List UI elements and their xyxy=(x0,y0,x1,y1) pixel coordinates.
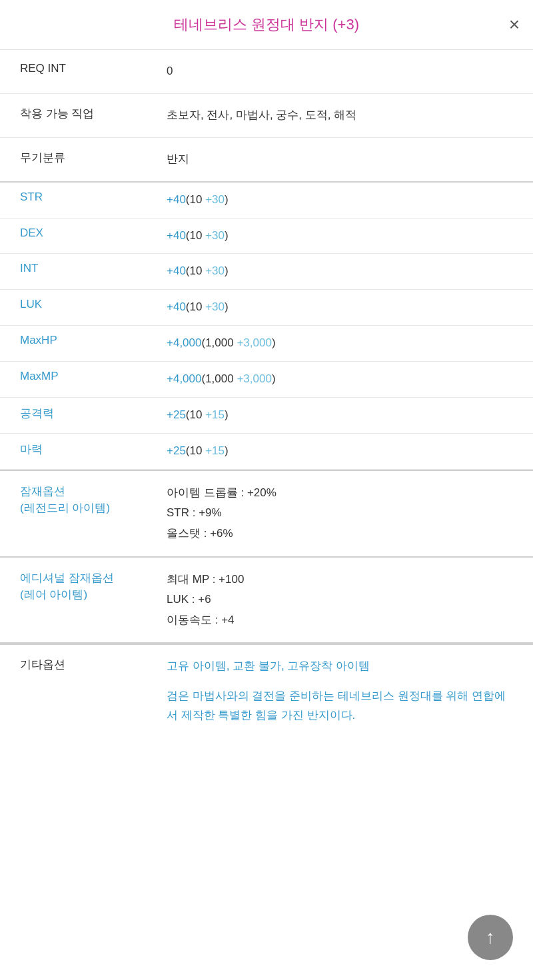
stat-label-dex: DEX xyxy=(20,227,167,240)
stat-row-str: STR+40(10 +30) xyxy=(0,183,533,219)
stat-label-str: STR xyxy=(20,191,167,204)
stat-row-attack: 공격력+25(10 +15) xyxy=(0,398,533,434)
stat-main-maxhp: +4,000 xyxy=(167,336,201,349)
stat-label-int: INT xyxy=(20,262,167,275)
stat-sub-str: (10 xyxy=(186,193,205,206)
wearable-job-label: 착용 가능 직업 xyxy=(20,106,167,121)
stat-bonus-maxhp: +3,000 xyxy=(237,336,271,349)
stat-value-magic: +25(10 +15) xyxy=(167,442,513,461)
stat-main-dex: +40 xyxy=(167,229,186,242)
additional-option-2: 이동속도 : +4 xyxy=(167,610,513,631)
stat-sub-luk: (10 xyxy=(186,300,205,313)
stat-row-magic: 마력+25(10 +15) xyxy=(0,434,533,470)
stat-close-int: ) xyxy=(225,264,229,277)
stat-label-magic: 마력 xyxy=(20,442,167,457)
stat-bonus-attack: +15 xyxy=(205,408,225,421)
additional-option-0: 최대 MP : +100 xyxy=(167,570,513,590)
req-int-row: REQ INT 0 xyxy=(0,50,533,94)
stat-close-attack: ) xyxy=(225,408,229,421)
stat-value-str: +40(10 +30) xyxy=(167,191,513,210)
stat-value-maxmp: +4,000(1,000 +3,000) xyxy=(167,370,513,389)
stat-main-attack: +25 xyxy=(167,408,186,421)
additional-option-1: LUK : +6 xyxy=(167,590,513,610)
weapon-type-value: 반지 xyxy=(167,150,513,169)
stat-row-int: INT+40(10 +30) xyxy=(0,254,533,290)
stat-label-maxhp: MaxHP xyxy=(20,334,167,347)
stat-sub-attack: (10 xyxy=(186,408,205,421)
stat-main-int: +40 xyxy=(167,264,186,277)
stat-sub-int: (10 xyxy=(186,264,205,277)
stat-close-dex: ) xyxy=(225,229,229,242)
modal-title: 테네브리스 원정대 반지 (+3) xyxy=(174,15,359,35)
req-int-label: REQ INT xyxy=(20,62,167,75)
item-detail-modal: 테네브리스 원정대 반지 (+3) × REQ INT 0 착용 가능 직업 초… xyxy=(0,0,533,980)
weapon-type-row: 무기분류 반지 xyxy=(0,138,533,183)
additional-potential-value: 최대 MP : +100LUK : +6이동속도 : +4 xyxy=(167,570,513,631)
wearable-job-value: 초보자, 전사, 마법사, 궁수, 도적, 해적 xyxy=(167,106,513,125)
stat-value-maxhp: +4,000(1,000 +3,000) xyxy=(167,334,513,353)
scroll-top-button[interactable]: ↑ xyxy=(468,915,513,960)
other-option-label: 기타옵션 xyxy=(20,657,167,672)
stat-label-luk: LUK xyxy=(20,298,167,311)
stat-close-maxhp: ) xyxy=(272,336,276,349)
stat-sub-magic: (10 xyxy=(186,444,205,457)
additional-potential-label: 에디셔널 잠재옵션 (레어 아이템) xyxy=(20,570,167,604)
stat-bonus-magic: +15 xyxy=(205,444,225,457)
stat-row-maxmp: MaxMP+4,000(1,000 +3,000) xyxy=(0,362,533,398)
potential-row: 잠재옵션 (레전드리 아이템) 아이템 드롭률 : +20%STR : +9%올… xyxy=(0,470,533,558)
item-description: 검은 마법사와의 결전을 준비하는 테네브리스 원정대를 위해 연합에서 제작한… xyxy=(167,687,513,726)
stats-section: STR+40(10 +30)DEX+40(10 +30)INT+40(10 +3… xyxy=(0,183,533,470)
modal-content: REQ INT 0 착용 가능 직업 초보자, 전사, 마법사, 궁수, 도적,… xyxy=(0,50,533,877)
stat-sub-maxhp: (1,000 xyxy=(201,336,237,349)
potential-value: 아이템 드롭률 : +20%STR : +9%올스탯 : +6% xyxy=(167,483,513,544)
other-option-value: 고유 아이템, 교환 불가, 고유장착 아이템 검은 마법사와의 결전을 준비하… xyxy=(167,657,513,726)
stat-bonus-int: +30 xyxy=(205,264,225,277)
stat-main-str: +40 xyxy=(167,193,186,206)
stat-value-attack: +25(10 +15) xyxy=(167,406,513,425)
stat-close-magic: ) xyxy=(225,444,229,457)
wearable-job-row: 착용 가능 직업 초보자, 전사, 마법사, 궁수, 도적, 해적 xyxy=(0,94,533,138)
stat-bonus-maxmp: +3,000 xyxy=(237,372,271,385)
stat-label-maxmp: MaxMP xyxy=(20,370,167,383)
stat-value-luk: +40(10 +30) xyxy=(167,298,513,317)
weapon-type-label: 무기분류 xyxy=(20,150,167,165)
stat-main-magic: +25 xyxy=(167,444,186,457)
stat-main-luk: +40 xyxy=(167,300,186,313)
stat-row-luk: LUK+40(10 +30) xyxy=(0,290,533,326)
stat-sub-maxmp: (1,000 xyxy=(201,372,237,385)
stat-close-luk: ) xyxy=(225,300,229,313)
req-int-value: 0 xyxy=(167,62,513,81)
stat-value-int: +40(10 +30) xyxy=(167,262,513,281)
potential-option-2: 올스탯 : +6% xyxy=(167,524,513,544)
other-option-text: 고유 아이템, 교환 불가, 고유장착 아이템 xyxy=(167,657,513,676)
stat-row-maxhp: MaxHP+4,000(1,000 +3,000) xyxy=(0,326,533,362)
potential-option-0: 아이템 드롭률 : +20% xyxy=(167,483,513,504)
stat-label-attack: 공격력 xyxy=(20,406,167,421)
close-button[interactable]: × xyxy=(509,15,520,34)
stat-main-maxmp: +4,000 xyxy=(167,372,201,385)
stat-value-dex: +40(10 +30) xyxy=(167,227,513,246)
potential-option-1: STR : +9% xyxy=(167,503,513,524)
scroll-top-icon: ↑ xyxy=(486,927,495,948)
other-option-row: 기타옵션 고유 아이템, 교환 불가, 고유장착 아이템 검은 마법사와의 결전… xyxy=(0,644,533,877)
stat-row-dex: DEX+40(10 +30) xyxy=(0,219,533,254)
stat-close-str: ) xyxy=(225,193,229,206)
stat-bonus-str: +30 xyxy=(205,193,225,206)
additional-potential-row: 에디셔널 잠재옵션 (레어 아이템) 최대 MP : +100LUK : +6이… xyxy=(0,558,533,644)
stat-sub-dex: (10 xyxy=(186,229,205,242)
stat-close-maxmp: ) xyxy=(272,372,276,385)
stat-bonus-luk: +30 xyxy=(205,300,225,313)
potential-label: 잠재옵션 (레전드리 아이템) xyxy=(20,483,167,517)
stat-bonus-dex: +30 xyxy=(205,229,225,242)
modal-header: 테네브리스 원정대 반지 (+3) × xyxy=(0,0,533,50)
